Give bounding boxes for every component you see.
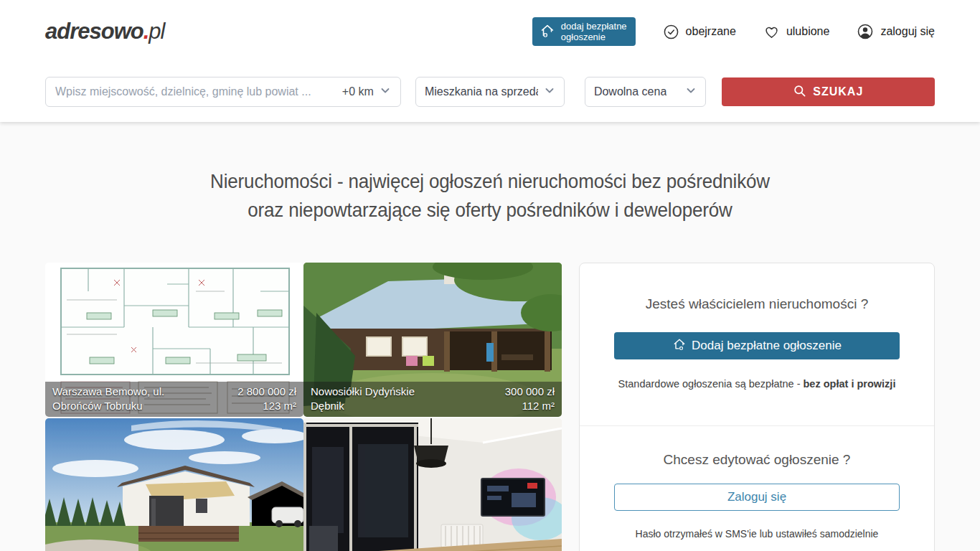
main-content: Warszawa Bemowo, ul. Obrońców Tobruku 2 … [45, 263, 935, 551]
page-title: Nieruchomości - najwięcej ogłoszeń nieru… [34, 167, 946, 225]
nav-item-login[interactable]: zaloguj się [857, 23, 935, 40]
radius-value: +0 km [342, 85, 374, 98]
category-select[interactable]: Mieszkania na sprzedaż [415, 77, 565, 107]
listing-area: 112 m² [522, 399, 555, 413]
location-search-input[interactable] [55, 85, 342, 98]
listing-location-line1: Nowosiółki Dydyńskie [311, 385, 415, 399]
add-free-listing-label: Dodaj bezpłatne ogłoszenie [692, 339, 842, 353]
search-bar: +0 km Mieszkania na sprzedaż Dowolna cen… [45, 63, 935, 122]
logo-text: adresowo [45, 19, 143, 44]
house-plus-icon [672, 337, 687, 355]
login-button[interactable]: Zaloguj się [614, 484, 900, 511]
check-circle-icon [663, 24, 679, 40]
listing-photo-interior [303, 418, 562, 551]
search-submit-button[interactable]: SZUKAJ [722, 77, 935, 106]
header-nav: dodaj bezpłatne ogłoszenie obejrzane [532, 17, 935, 46]
owner-note-bold: bez opłat i prowizji [804, 378, 896, 390]
nav-item-favorites[interactable]: ulubione [763, 24, 830, 40]
price-select[interactable]: Dowolna cena [585, 77, 706, 107]
nav-label-login: zaloguj się [880, 25, 935, 38]
listing-price: 300 000 zł [505, 385, 555, 399]
add-listing-label-line1: dodaj bezpłatne [561, 21, 627, 32]
edit-panel-title: Chcesz edytować ogłoszenie ? [614, 452, 900, 468]
search-submit-label: SZUKAJ [813, 85, 863, 98]
page-title-line1: Nieruchomości - najwięcej ogłoszeń nieru… [210, 170, 770, 192]
listing-photo-bungalow [45, 418, 303, 551]
page-title-line2: oraz niepowtarzające się oferty pośredni… [248, 199, 732, 221]
listing-card[interactable]: Warszawa Bemowo, ul. Obrońców Tobruku 2 … [45, 263, 303, 417]
nav-label-favorites: ulubione [786, 25, 830, 38]
radius-select[interactable]: +0 km [342, 85, 391, 99]
category-value: Mieszkania na sprzedaż [425, 85, 538, 98]
header: adresowo.pl dodaj bezpłatne ogłoszenie [45, 0, 935, 63]
add-listing-button[interactable]: dodaj bezpłatne ogłoszenie [532, 17, 636, 46]
logo[interactable]: adresowo.pl [45, 19, 164, 44]
listing-caption: Nowosiółki Dydyńskie Dębnik 300 000 zł 1… [303, 382, 562, 417]
owner-panel-note: Standardowe ogłoszenia są bezpłatne - be… [614, 378, 900, 390]
price-value: Dowolna cena [594, 85, 666, 98]
location-search-group: +0 km [45, 77, 401, 107]
search-icon [793, 84, 806, 100]
heart-icon [763, 24, 780, 40]
sidebar: Jesteś właścicielem nieruchomości ? Doda… [579, 263, 935, 551]
listing-location-line2: Obrońców Tobruku [52, 399, 164, 413]
listing-price: 2 800 000 zł [237, 385, 296, 399]
edit-panel-note: Hasło otrzymałeś w SMS'ie lub ustawiłeś … [614, 528, 900, 540]
logo-tld: pl [149, 19, 164, 44]
add-free-listing-button[interactable]: Dodaj bezpłatne ogłoszenie [614, 332, 900, 359]
listing-location-line2: Dębnik [311, 399, 415, 413]
listing-caption: Warszawa Bemowo, ul. Obrońców Tobruku 2 … [45, 382, 303, 417]
listing-location-line1: Warszawa Bemowo, ul. [52, 385, 164, 399]
user-circle-icon [857, 23, 874, 40]
login-button-label: Zaloguj się [727, 490, 786, 504]
edit-panel: Chcesz edytować ogłoszenie ? Zaloguj się… [580, 425, 934, 551]
owner-panel: Jesteś właścicielem nieruchomości ? Doda… [580, 263, 934, 425]
listing-card[interactable]: Gdańsk Śródmieście, ul. 549 000 zł [303, 418, 562, 551]
listing-card[interactable]: Dębnica, ul. Ojca Andrzeja 825 000 zł [45, 418, 303, 551]
nav-label-viewed: obejrzane [686, 25, 736, 38]
chevron-down-icon [685, 85, 697, 99]
add-listing-label-line2: ogłoszenie [561, 32, 606, 42]
chevron-down-icon [380, 85, 391, 99]
listing-area: 123 m² [263, 399, 296, 413]
listing-card[interactable]: Nowosiółki Dydyńskie Dębnik 300 000 zł 1… [303, 263, 562, 417]
owner-panel-title: Jesteś właścicielem nieruchomości ? [614, 296, 900, 312]
owner-note-regular: Standardowe ogłoszenia są bezpłatne - [618, 378, 804, 390]
chevron-down-icon [544, 85, 555, 99]
nav-item-viewed[interactable]: obejrzane [663, 24, 736, 40]
top-bar: adresowo.pl dodaj bezpłatne ogłoszenie [0, 0, 980, 122]
listing-grid: Warszawa Bemowo, ul. Obrońców Tobruku 2 … [45, 263, 562, 551]
house-plus-icon [540, 23, 555, 41]
